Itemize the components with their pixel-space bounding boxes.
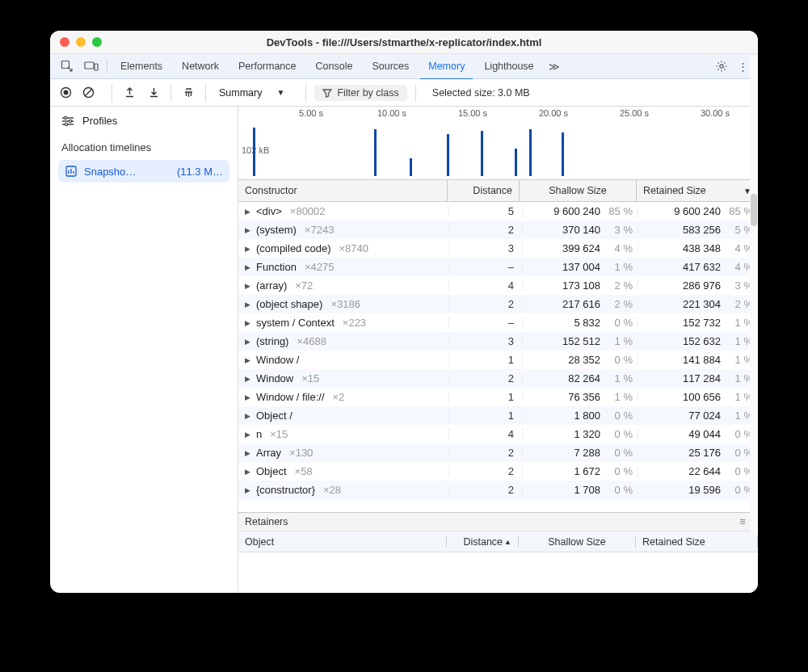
distance-cell: 2 <box>449 372 523 384</box>
col-object[interactable]: Object <box>238 536 447 548</box>
col-retained-size[interactable]: Retained Size ▼ <box>637 180 758 201</box>
retainers-menu-icon[interactable]: ≡ <box>734 516 751 527</box>
allocation-bar[interactable] <box>253 128 255 176</box>
tab-network[interactable]: Network <box>174 54 227 78</box>
import-icon[interactable] <box>145 84 162 102</box>
gc-icon[interactable] <box>179 84 197 102</box>
allocation-bar[interactable] <box>529 129 532 176</box>
table-row[interactable]: ▶system / Context×223–5 8320 %152 7321 % <box>238 313 758 332</box>
table-row[interactable]: ▶<div>×8000259 600 24085 %9 600 24085 % <box>238 202 758 220</box>
retainers-header[interactable]: Retainers ≡ <box>238 512 758 531</box>
table-row[interactable]: ▶Array×13027 2880 %25 1760 % <box>238 443 758 462</box>
timeline-y-label: 102 kB <box>242 145 269 155</box>
expand-icon[interactable]: ▶ <box>245 282 253 290</box>
expand-icon[interactable]: ▶ <box>245 393 253 401</box>
scrollbar-track <box>750 55 758 533</box>
retained-value: 152 732 <box>683 317 721 329</box>
expand-icon[interactable]: ▶ <box>245 356 253 364</box>
retained-value: 100 656 <box>683 391 721 403</box>
allocation-bar[interactable] <box>515 149 517 176</box>
col-distance-ret[interactable]: Distance▲ <box>447 536 519 548</box>
expand-icon[interactable]: ▶ <box>245 300 253 309</box>
shallow-value: 1 672 <box>574 465 600 477</box>
tab-console[interactable]: Console <box>308 54 361 78</box>
constructor-count: ×8740 <box>339 242 369 254</box>
window-title: DevTools - file:///Users/stmarthe/x-repl… <box>267 36 542 48</box>
constructor-name: Array <box>256 447 281 459</box>
separator <box>305 84 306 102</box>
table-row[interactable]: ▶(array)×724173 1082 %286 9763 % <box>238 276 758 295</box>
expand-icon[interactable]: ▶ <box>245 375 253 383</box>
expand-icon[interactable]: ▶ <box>245 319 253 327</box>
tab-sources[interactable]: Sources <box>364 54 417 78</box>
tab-strip: Elements Network Performance Console Sou… <box>50 54 758 79</box>
expand-icon[interactable]: ▶ <box>245 263 253 271</box>
allocation-bar[interactable] <box>481 131 483 176</box>
export-icon[interactable] <box>120 84 138 102</box>
allocation-timeline[interactable]: 102 kB 5.00 s10.00 s15.00 s20.00 s25.00 … <box>238 107 758 180</box>
constructor-count: ×15 <box>270 428 288 440</box>
more-tabs-icon[interactable]: ≫ <box>545 61 563 73</box>
distance-cell: – <box>449 261 523 273</box>
inspect-icon[interactable] <box>57 60 78 73</box>
constructors-table[interactable]: ▶<div>×8000259 600 24085 %9 600 24085 %▶… <box>238 202 758 512</box>
tab-performance[interactable]: Performance <box>230 54 305 78</box>
class-filter[interactable]: Filter by class <box>314 85 406 101</box>
shallow-pct: 0 % <box>607 354 633 366</box>
expand-icon[interactable]: ▶ <box>245 245 253 253</box>
constructor-count: ×80002 <box>290 205 326 217</box>
col-retained-ret[interactable]: Retained Size <box>636 536 758 548</box>
filter-icon <box>322 88 332 98</box>
expand-icon[interactable]: ▶ <box>245 449 253 457</box>
retainers-body <box>238 552 758 593</box>
device-toolbar-icon[interactable] <box>81 61 102 72</box>
expand-icon[interactable]: ▶ <box>245 338 253 346</box>
table-row[interactable]: ▶(compiled code)×87403399 6244 %438 3484… <box>238 239 758 258</box>
table-row[interactable]: ▶Object×5821 6720 %22 6440 % <box>238 462 758 481</box>
table-row[interactable]: ▶Window /128 3520 %141 8841 % <box>238 351 758 369</box>
constructor-count: ×15 <box>301 372 319 384</box>
view-dropdown[interactable]: Summary ▼ <box>214 87 297 99</box>
col-shallow-ret[interactable]: Shallow Size <box>519 536 636 548</box>
shallow-value: 217 616 <box>562 298 600 310</box>
col-distance[interactable]: Distance <box>448 180 520 201</box>
snapshot-item[interactable]: Snapsho… (11.3 M… <box>58 160 229 183</box>
table-row[interactable]: ▶(system)×72432370 1403 %583 2565 % <box>238 220 758 239</box>
tab-memory[interactable]: Memory <box>420 54 473 80</box>
table-row[interactable]: ▶Object /11 8000 %77 0241 % <box>238 406 758 425</box>
settings-icon[interactable] <box>713 60 730 73</box>
kebab-icon[interactable]: ⋮ <box>734 61 751 73</box>
expand-icon[interactable]: ▶ <box>245 430 253 439</box>
table-row[interactable]: ▶(object shape)×31862217 6162 %221 3042 … <box>238 295 758 313</box>
col-constructor[interactable]: Constructor <box>238 180 448 201</box>
allocation-bar[interactable] <box>374 129 377 176</box>
table-row[interactable]: ▶Function×4275–137 0041 %417 6324 % <box>238 258 758 276</box>
record-icon[interactable] <box>57 84 74 102</box>
close-icon[interactable] <box>60 37 69 47</box>
shallow-pct: 85 % <box>607 205 633 217</box>
table-row[interactable]: ▶Window×15282 2641 %117 2841 % <box>238 369 758 388</box>
sidebar-profiles[interactable]: Profiles <box>50 107 238 135</box>
table-row[interactable]: ▶n×1541 3200 %49 0440 % <box>238 425 758 443</box>
expand-icon[interactable]: ▶ <box>245 208 253 216</box>
allocation-bar[interactable] <box>447 134 449 176</box>
table-row[interactable]: ▶{constructor}×2821 7080 %19 5960 % <box>238 481 758 499</box>
tab-lighthouse[interactable]: Lighthouse <box>476 54 541 78</box>
expand-icon[interactable]: ▶ <box>245 226 253 234</box>
clear-icon[interactable] <box>79 84 97 102</box>
col-shallow-size[interactable]: Shallow Size <box>520 180 637 201</box>
allocation-bar[interactable] <box>562 132 564 176</box>
expand-icon[interactable]: ▶ <box>245 468 253 476</box>
expand-icon[interactable]: ▶ <box>245 486 253 494</box>
expand-icon[interactable]: ▶ <box>245 412 253 420</box>
zoom-icon[interactable] <box>92 37 102 47</box>
minimize-icon[interactable] <box>76 37 86 47</box>
table-row[interactable]: ▶Window / file://×2176 3561 %100 6561 % <box>238 388 758 406</box>
shallow-value: 1 708 <box>574 484 600 496</box>
tab-elements[interactable]: Elements <box>112 54 170 78</box>
scrollbar-thumb[interactable] <box>751 194 757 226</box>
distance-cell: 1 <box>449 410 523 422</box>
constructor-name: Window / <box>256 354 299 366</box>
allocation-bar[interactable] <box>410 158 412 176</box>
table-row[interactable]: ▶(string)×46883152 5121 %152 6321 % <box>238 332 758 351</box>
